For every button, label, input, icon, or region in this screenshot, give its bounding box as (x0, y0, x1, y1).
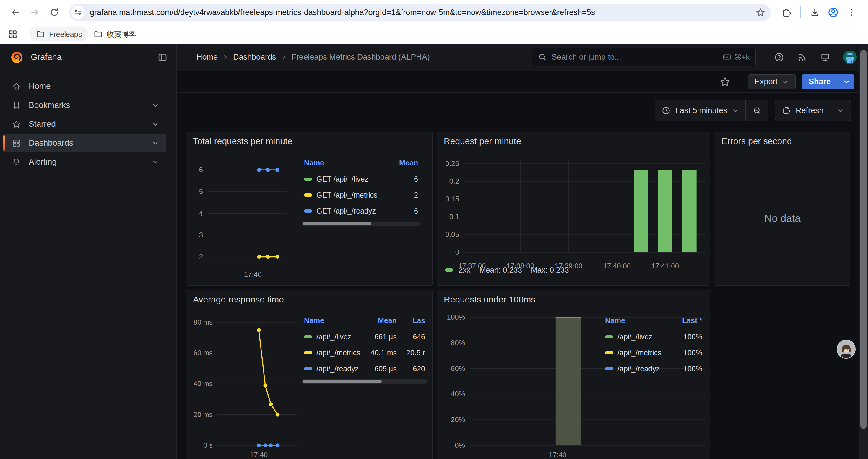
refresh-group: Refresh (775, 100, 851, 121)
sidebar-item-alerting[interactable]: Alerting (3, 153, 166, 171)
chevron-down-icon (732, 107, 739, 114)
legend-column-header[interactable]: Las (399, 315, 428, 329)
refresh-button[interactable]: Refresh (775, 100, 830, 121)
series-color-swatch (304, 351, 312, 355)
panel-title[interactable]: Errors per second (721, 136, 792, 146)
legend-scrollbar-thumb[interactable] (303, 222, 371, 225)
bookmark-star-button[interactable] (755, 7, 766, 18)
legend-series-toggle[interactable]: /api/_/livez (302, 329, 361, 345)
forward-button[interactable] (27, 5, 42, 20)
legend-series-toggle[interactable]: GET /api/_/livez (302, 171, 391, 187)
svg-text:0.15: 0.15 (445, 195, 459, 203)
reload-button[interactable] (47, 5, 62, 20)
panel-total-requests-per-minute: 6543217:40 Total requests per minute Nam… (186, 132, 433, 286)
back-button[interactable] (8, 5, 23, 20)
panel-title[interactable]: Total requests per minute (193, 136, 292, 146)
help-icon[interactable] (774, 52, 784, 62)
panel-request-per-minute: 0.250.20.150.10.05017:37:0017:38:0017:39… (437, 132, 710, 286)
legend-series-toggle[interactable]: /api/_/readyz (302, 361, 361, 377)
url-text[interactable]: grafana.mathmast.com/d/deytv4rwavabkb/fr… (90, 8, 752, 17)
site-settings-button[interactable] (71, 6, 85, 19)
legend-column-header[interactable]: Last * (669, 315, 705, 329)
series-color-swatch (445, 268, 453, 272)
bookmark-folder-label: 收藏博客 (107, 30, 136, 39)
time-range-picker[interactable]: Last 5 minutes (655, 100, 746, 121)
url-bar[interactable]: grafana.mathmast.com/d/deytv4rwavabkb/fr… (69, 4, 771, 21)
chevron-down-icon[interactable] (152, 139, 159, 147)
home-icon (12, 82, 21, 91)
search-box[interactable]: ⌘+k (532, 47, 756, 66)
series-value: 646 (399, 329, 428, 345)
export-button[interactable]: Export (748, 74, 796, 89)
share-split-button: Share (802, 74, 855, 89)
breadcrumb-dashboards[interactable]: Dashboards (233, 53, 276, 62)
series-color-swatch (605, 335, 613, 338)
search-shortcut: ⌘+k (722, 53, 749, 61)
news-rss-icon[interactable] (797, 52, 807, 62)
series-name[interactable]: 2xx (459, 266, 470, 275)
legend-column-header[interactable]: Name (603, 315, 669, 329)
page-scrollbar[interactable] (859, 44, 868, 459)
series-name: /api/_/readyz (316, 364, 359, 373)
panel-title[interactable]: Requests under 100ms (444, 294, 535, 304)
legend-series-toggle[interactable]: GET /api/_/metrics (302, 187, 391, 203)
profile-button[interactable] (828, 7, 839, 18)
legend-column-header[interactable]: Mean (391, 157, 421, 171)
legend-column-header[interactable]: Name (302, 315, 361, 329)
brand-name: Grafana (31, 52, 62, 62)
kiosk-monitor-icon[interactable] (820, 52, 830, 62)
series-value: 100% (669, 361, 705, 377)
user-avatar[interactable] (843, 51, 857, 64)
tab-groups-button[interactable] (8, 29, 18, 39)
collapse-sidebar-button[interactable] (157, 52, 167, 62)
favorite-dashboard-button[interactable] (719, 76, 731, 88)
browser-menu-button[interactable] (846, 7, 857, 18)
svg-text:0.05: 0.05 (445, 230, 459, 238)
legend-column-header[interactable]: Mean (361, 315, 399, 329)
legend-series-toggle[interactable]: GET /api/_/readyz (302, 203, 391, 219)
series-value: 100% (669, 345, 705, 361)
series-name: /api/_/livez (617, 333, 652, 341)
sidebar-item-home[interactable]: Home (3, 77, 166, 96)
bookmark-folder-blogs[interactable]: 收藏博客 (88, 27, 142, 42)
legend-series-toggle[interactable]: /api/_/metrics (603, 345, 669, 361)
export-label: Export (754, 77, 778, 86)
svg-text:60 ms: 60 ms (193, 349, 213, 357)
sidebar-item-bookmarks[interactable]: Bookmarks (3, 96, 166, 114)
legend-series-toggle[interactable]: /api/_/metrics (302, 345, 361, 361)
legend-series-toggle[interactable]: /api/_/readyz (603, 361, 669, 377)
sidebar-item-dashboards[interactable]: Dashboards (3, 133, 166, 153)
chevron-down-icon[interactable] (152, 101, 159, 109)
breadcrumb-current: Freeleaps Metrics Dashboard (ALPHA) (291, 53, 430, 62)
sidebar-item-starred[interactable]: Starred (3, 114, 166, 133)
legend-inline[interactable]: 2xxMean: 0.233Max: 0.233 (445, 266, 569, 275)
floating-assistant-avatar[interactable] (837, 340, 856, 359)
series-stat: Mean: 0.233 (479, 266, 522, 275)
chevron-down-icon[interactable] (152, 120, 159, 128)
dashboards-grid-icon (12, 138, 21, 148)
breadcrumb-home[interactable]: Home (196, 53, 218, 62)
panel-title[interactable]: Request per minute (444, 136, 521, 146)
series-stat: Max: 0.233 (531, 266, 569, 275)
svg-text:17:40: 17:40 (244, 270, 262, 278)
zoom-out-time-button[interactable] (746, 100, 768, 121)
share-menu-button[interactable] (838, 74, 855, 89)
legend-column-header[interactable]: Name (302, 157, 391, 171)
series-value: 20.5 r (399, 345, 428, 361)
scrollbar-thumb[interactable] (860, 50, 867, 429)
share-button[interactable]: Share (802, 74, 838, 89)
legend-scrollbar[interactable] (302, 379, 428, 384)
toolbar-divider (800, 6, 801, 18)
panel-title[interactable]: Average response time (193, 294, 284, 304)
chevron-down-icon[interactable] (152, 158, 159, 166)
svg-text:60%: 60% (451, 364, 465, 372)
legend-series-toggle[interactable]: /api/_/livez (603, 329, 669, 345)
bookmark-folder-freeleaps[interactable]: Freeleaps (30, 27, 88, 41)
search-input[interactable] (552, 53, 722, 62)
legend-scrollbar[interactable] (302, 222, 421, 226)
downloads-button[interactable] (810, 7, 820, 18)
refresh-interval-button[interactable] (831, 100, 850, 121)
apps-grid-icon (8, 29, 18, 39)
extensions-button[interactable] (781, 7, 791, 18)
legend-scrollbar-thumb[interactable] (303, 380, 382, 383)
